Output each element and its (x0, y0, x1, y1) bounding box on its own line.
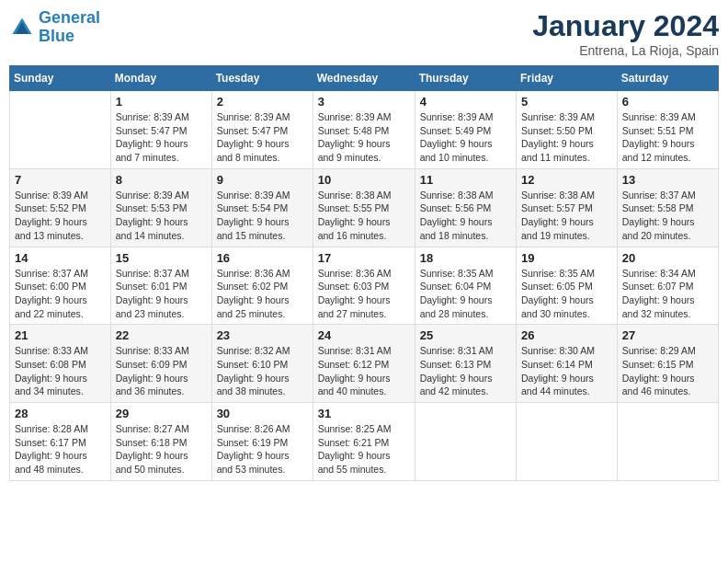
calendar-cell: 10Sunrise: 8:38 AM Sunset: 5:55 PM Dayli… (313, 168, 415, 247)
calendar-cell: 15Sunrise: 8:37 AM Sunset: 6:01 PM Dayli… (110, 247, 211, 325)
calendar-week-row: 21Sunrise: 8:33 AM Sunset: 6:08 PM Dayli… (10, 325, 719, 403)
day-info: Sunrise: 8:39 AM Sunset: 5:50 PM Dayligh… (521, 110, 612, 165)
calendar-cell: 18Sunrise: 8:35 AM Sunset: 6:04 PM Dayli… (415, 247, 516, 325)
day-info: Sunrise: 8:37 AM Sunset: 6:01 PM Dayligh… (116, 267, 207, 321)
day-number: 20 (622, 251, 713, 265)
calendar-header-row: SundayMondayTuesdayWednesdayThursdayFrid… (10, 66, 719, 91)
calendar-cell: 7Sunrise: 8:39 AM Sunset: 5:52 PM Daylig… (10, 168, 111, 247)
calendar-cell: 5Sunrise: 8:39 AM Sunset: 5:50 PM Daylig… (517, 91, 618, 169)
day-number: 28 (15, 407, 106, 420)
calendar-cell: 26Sunrise: 8:30 AM Sunset: 6:14 PM Dayli… (517, 325, 618, 403)
day-info: Sunrise: 8:31 AM Sunset: 6:13 PM Dayligh… (420, 344, 511, 398)
day-info: Sunrise: 8:37 AM Sunset: 5:58 PM Dayligh… (622, 189, 713, 243)
calendar-cell: 22Sunrise: 8:33 AM Sunset: 6:09 PM Dayli… (110, 325, 211, 403)
logo-text: General Blue (39, 9, 100, 46)
calendar-week-row: 28Sunrise: 8:28 AM Sunset: 6:17 PM Dayli… (10, 403, 719, 481)
day-info: Sunrise: 8:35 AM Sunset: 6:05 PM Dayligh… (521, 267, 612, 321)
calendar-cell: 27Sunrise: 8:29 AM Sunset: 6:15 PM Dayli… (617, 325, 718, 403)
day-info: Sunrise: 8:32 AM Sunset: 6:10 PM Dayligh… (217, 344, 308, 398)
day-info: Sunrise: 8:36 AM Sunset: 6:02 PM Dayligh… (217, 267, 308, 321)
day-info: Sunrise: 8:33 AM Sunset: 6:09 PM Dayligh… (116, 344, 207, 398)
calendar-cell: 8Sunrise: 8:39 AM Sunset: 5:53 PM Daylig… (110, 168, 211, 247)
calendar-week-row: 1Sunrise: 8:39 AM Sunset: 5:47 PM Daylig… (10, 91, 719, 169)
day-number: 13 (622, 173, 713, 187)
day-number: 21 (15, 328, 106, 342)
calendar-cell: 12Sunrise: 8:38 AM Sunset: 5:57 PM Dayli… (517, 168, 618, 247)
day-info: Sunrise: 8:38 AM Sunset: 5:57 PM Dayligh… (521, 189, 612, 243)
day-number: 7 (15, 173, 106, 187)
day-number: 2 (217, 95, 308, 109)
calendar-cell: 30Sunrise: 8:26 AM Sunset: 6:19 PM Dayli… (211, 403, 313, 481)
weekday-header: Thursday (415, 66, 516, 91)
day-number: 11 (420, 173, 511, 187)
day-info: Sunrise: 8:34 AM Sunset: 6:07 PM Dayligh… (622, 267, 713, 321)
day-number: 27 (622, 328, 713, 342)
day-number: 30 (217, 407, 308, 420)
day-number: 1 (116, 95, 207, 109)
logo-line1: General (39, 8, 100, 27)
day-info: Sunrise: 8:39 AM Sunset: 5:52 PM Dayligh… (15, 189, 106, 243)
calendar-cell: 2Sunrise: 8:39 AM Sunset: 5:47 PM Daylig… (211, 91, 313, 169)
calendar-cell: 17Sunrise: 8:36 AM Sunset: 6:03 PM Dayli… (313, 247, 415, 325)
logo-line2: Blue (39, 27, 74, 45)
day-info: Sunrise: 8:25 AM Sunset: 6:21 PM Dayligh… (318, 422, 410, 477)
day-info: Sunrise: 8:38 AM Sunset: 5:55 PM Dayligh… (318, 189, 410, 243)
day-info: Sunrise: 8:39 AM Sunset: 5:47 PM Dayligh… (116, 110, 207, 165)
calendar-cell: 9Sunrise: 8:39 AM Sunset: 5:54 PM Daylig… (211, 168, 313, 247)
calendar-cell (415, 403, 516, 481)
calendar-cell: 20Sunrise: 8:34 AM Sunset: 6:07 PM Dayli… (617, 247, 718, 325)
weekday-header: Wednesday (313, 66, 415, 91)
day-info: Sunrise: 8:31 AM Sunset: 6:12 PM Dayligh… (318, 344, 410, 398)
calendar-week-row: 14Sunrise: 8:37 AM Sunset: 6:00 PM Dayli… (10, 247, 719, 325)
calendar-cell: 21Sunrise: 8:33 AM Sunset: 6:08 PM Dayli… (10, 325, 111, 403)
day-number: 26 (521, 328, 612, 342)
day-info: Sunrise: 8:27 AM Sunset: 6:18 PM Dayligh… (116, 422, 207, 477)
day-info: Sunrise: 8:36 AM Sunset: 6:03 PM Dayligh… (318, 267, 410, 321)
day-info: Sunrise: 8:39 AM Sunset: 5:47 PM Dayligh… (217, 110, 308, 165)
day-info: Sunrise: 8:39 AM Sunset: 5:49 PM Dayligh… (420, 110, 511, 165)
day-info: Sunrise: 8:35 AM Sunset: 6:04 PM Dayligh… (420, 267, 511, 321)
calendar-cell: 13Sunrise: 8:37 AM Sunset: 5:58 PM Dayli… (617, 168, 718, 247)
calendar-cell: 6Sunrise: 8:39 AM Sunset: 5:51 PM Daylig… (617, 91, 718, 169)
calendar-table: SundayMondayTuesdayWednesdayThursdayFrid… (9, 65, 719, 481)
day-number: 29 (116, 407, 207, 420)
day-info: Sunrise: 8:37 AM Sunset: 6:00 PM Dayligh… (15, 267, 106, 321)
weekday-header: Sunday (10, 66, 111, 91)
day-number: 9 (217, 173, 308, 187)
title-block: January 2024 Entrena, La Rioja, Spain (532, 9, 719, 58)
weekday-header: Saturday (617, 66, 718, 91)
logo: General Blue (9, 9, 100, 46)
day-number: 24 (318, 328, 410, 342)
day-info: Sunrise: 8:33 AM Sunset: 6:08 PM Dayligh… (15, 344, 106, 398)
day-info: Sunrise: 8:26 AM Sunset: 6:19 PM Dayligh… (217, 422, 308, 477)
day-info: Sunrise: 8:29 AM Sunset: 6:15 PM Dayligh… (622, 344, 713, 398)
calendar-subtitle: Entrena, La Rioja, Spain (532, 43, 719, 58)
calendar-cell: 3Sunrise: 8:39 AM Sunset: 5:48 PM Daylig… (313, 91, 415, 169)
calendar-cell: 1Sunrise: 8:39 AM Sunset: 5:47 PM Daylig… (110, 91, 211, 169)
day-number: 17 (318, 251, 410, 265)
calendar-cell: 23Sunrise: 8:32 AM Sunset: 6:10 PM Dayli… (211, 325, 313, 403)
weekday-header: Tuesday (211, 66, 313, 91)
day-info: Sunrise: 8:30 AM Sunset: 6:14 PM Dayligh… (521, 344, 612, 398)
calendar-cell: 29Sunrise: 8:27 AM Sunset: 6:18 PM Dayli… (110, 403, 211, 481)
day-number: 4 (420, 95, 511, 109)
logo-icon (9, 15, 35, 40)
day-number: 6 (622, 95, 713, 109)
calendar-week-row: 7Sunrise: 8:39 AM Sunset: 5:52 PM Daylig… (10, 168, 719, 247)
day-number: 16 (217, 251, 308, 265)
page-header: General Blue January 2024 Entrena, La Ri… (9, 9, 719, 58)
day-number: 5 (521, 95, 612, 109)
calendar-cell: 16Sunrise: 8:36 AM Sunset: 6:02 PM Dayli… (211, 247, 313, 325)
day-number: 18 (420, 251, 511, 265)
calendar-cell: 24Sunrise: 8:31 AM Sunset: 6:12 PM Dayli… (313, 325, 415, 403)
day-info: Sunrise: 8:39 AM Sunset: 5:53 PM Dayligh… (116, 189, 207, 243)
calendar-cell: 28Sunrise: 8:28 AM Sunset: 6:17 PM Dayli… (10, 403, 111, 481)
weekday-header: Monday (110, 66, 211, 91)
day-number: 12 (521, 173, 612, 187)
calendar-cell (517, 403, 618, 481)
calendar-cell: 14Sunrise: 8:37 AM Sunset: 6:00 PM Dayli… (10, 247, 111, 325)
calendar-cell (617, 403, 718, 481)
day-info: Sunrise: 8:38 AM Sunset: 5:56 PM Dayligh… (420, 189, 511, 243)
day-number: 14 (15, 251, 106, 265)
calendar-cell: 19Sunrise: 8:35 AM Sunset: 6:05 PM Dayli… (517, 247, 618, 325)
